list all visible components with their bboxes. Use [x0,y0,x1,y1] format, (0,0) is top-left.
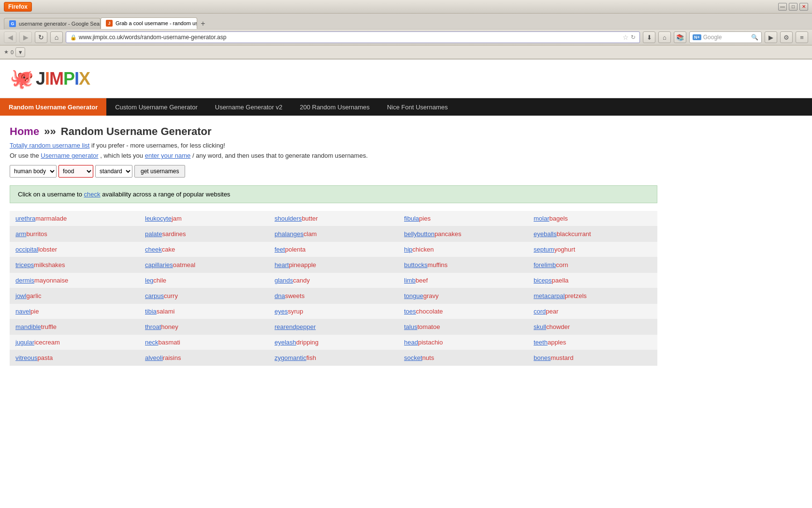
username-part1[interactable]: cheek [145,246,162,253]
nav-v2[interactable]: Username Generator v2 [206,98,291,116]
username-part1[interactable]: neck [145,339,158,346]
username-generator-link[interactable]: Username generator [41,152,98,159]
tab-jimpix[interactable]: J Grab a cool username - random user... … [101,17,197,29]
bookmark-icon[interactable]: 📚 [674,31,686,43]
username-cell[interactable]: glandscandy [269,273,398,288]
username-part1[interactable]: fibula [404,215,419,222]
username-part1[interactable]: triceps [15,261,34,269]
username-part1[interactable]: forelimb [534,261,556,269]
username-part1[interactable]: zygomantic [275,354,306,361]
username-part1[interactable]: tongue [404,292,423,299]
username-part1[interactable]: leukocyte [145,215,172,222]
username-part1[interactable]: alveoli [145,354,163,361]
username-cell[interactable]: cordpear [528,304,657,319]
username-part1[interactable]: dermis [15,277,34,284]
username-part1[interactable]: eyes [275,308,288,315]
username-part1[interactable]: head [404,339,418,346]
username-cell[interactable]: cheekcake [139,242,269,257]
back-button[interactable]: ◀ [4,31,16,43]
username-part1[interactable]: bones [534,354,551,361]
username-part1[interactable]: socket [404,354,422,361]
username-cell[interactable]: toeschocolate [398,304,528,319]
username-part1[interactable]: eyelash [275,339,296,346]
username-part1[interactable]: talus [404,323,417,330]
breadcrumb-home[interactable]: Home [10,125,39,137]
username-part1[interactable]: molar [534,215,550,222]
username-cell[interactable]: palatesardines [139,226,269,242]
username-cell[interactable]: septumyoghurt [528,242,657,257]
enter-name-link[interactable]: enter your name [145,152,191,159]
totally-random-link[interactable]: Totally random username list [10,142,89,149]
username-part1[interactable]: cord [534,308,546,315]
username-cell[interactable]: metacarpalpretzels [528,288,657,304]
check-link[interactable]: check [84,191,101,198]
username-cell[interactable]: shouldersbutter [269,211,398,226]
username-cell[interactable]: eyessyrup [269,304,398,319]
username-part1[interactable]: urethra [15,215,35,222]
add-tab-button[interactable]: + [197,18,209,29]
arrow-icon[interactable]: ▶ [765,31,777,43]
username-part1[interactable]: limb [404,277,416,284]
nav-font[interactable]: Nice Font Usernames [378,98,457,116]
username-cell[interactable]: forelimbcorn [528,257,657,273]
username-cell[interactable]: fibulapies [398,211,528,226]
username-cell[interactable]: tricepsmilkshakes [10,257,139,273]
username-cell[interactable]: limbbeef [398,273,528,288]
style-select[interactable]: standard mixed reversed [95,165,132,178]
bookmark-star-icon[interactable]: ☆ [623,33,629,41]
username-part1[interactable]: navel [15,308,30,315]
username-cell[interactable]: dermismayonnaise [10,273,139,288]
username-cell[interactable]: tonguegravy [398,288,528,304]
username-part1[interactable]: feet [275,246,285,253]
bookmark-menu-icon[interactable]: ▼ [15,47,25,57]
settings-icon[interactable]: ⚙ [780,31,793,43]
username-cell[interactable]: skullchowder [528,319,657,335]
close-button[interactable]: ✕ [799,3,808,11]
username-part1[interactable]: jugular [15,339,34,346]
username-part1[interactable]: capillaries [145,261,173,269]
username-part1[interactable]: throat [145,323,161,330]
username-part1[interactable]: mandible [15,323,41,330]
username-cell[interactable]: legchile [139,273,269,288]
nav-random-username[interactable]: Random Username Generator [0,98,106,116]
home-icon2[interactable]: ⌂ [658,31,671,43]
username-cell[interactable]: jowlgarlic [10,288,139,304]
username-cell[interactable]: zygomanticfish [269,350,398,366]
username-cell[interactable]: bonesmustard [528,350,657,366]
nav-custom-username[interactable]: Custom Username Generator [106,98,206,116]
nav-200[interactable]: 200 Random Usernames [291,98,378,116]
username-cell[interactable]: hipchicken [398,242,528,257]
username-cell[interactable]: urethramarmalade [10,211,139,226]
category1-select[interactable]: human body animals nature sport [10,165,57,178]
username-part1[interactable]: arm [15,230,26,238]
refresh-button[interactable]: ↻ [35,31,47,43]
address-bar[interactable]: 🔒 www.jimpix.co.uk/words/random-username… [66,31,640,43]
username-cell[interactable]: vitreouspasta [10,350,139,366]
tab-google-search[interactable]: G username generator - Google Search [4,18,101,29]
username-part1[interactable]: heart [275,261,289,269]
username-cell[interactable]: jugularicecream [10,335,139,350]
download-icon[interactable]: ⬇ [643,31,655,43]
username-cell[interactable]: feetpolenta [269,242,398,257]
username-part1[interactable]: vitreous [15,354,38,361]
username-cell[interactable]: capillariesoatmeal [139,257,269,273]
username-cell[interactable]: rearendpepper [269,319,398,335]
username-cell[interactable]: dnasweets [269,288,398,304]
username-cell[interactable]: throathoney [139,319,269,335]
username-cell[interactable]: carpuscurry [139,288,269,304]
username-part1[interactable]: leg [145,277,153,284]
username-cell[interactable]: teethapples [528,335,657,350]
username-part1[interactable]: eyeballs [534,230,557,238]
username-part1[interactable]: carpus [145,292,164,299]
username-part1[interactable]: rearendpepper [275,323,316,330]
menu-icon[interactable]: ≡ [796,31,808,43]
username-cell[interactable]: eyelashdripping [269,335,398,350]
username-part1[interactable]: teeth [534,339,548,346]
username-cell[interactable]: bellybuttonpancakes [398,226,528,242]
username-cell[interactable]: navelpie [10,304,139,319]
username-cell[interactable]: mandibletruffle [10,319,139,335]
username-part1[interactable]: septum [534,246,554,253]
username-part1[interactable]: dna [275,292,285,299]
search-submit-icon[interactable]: 🔍 [751,34,758,41]
username-part1[interactable]: tibia [145,308,157,315]
